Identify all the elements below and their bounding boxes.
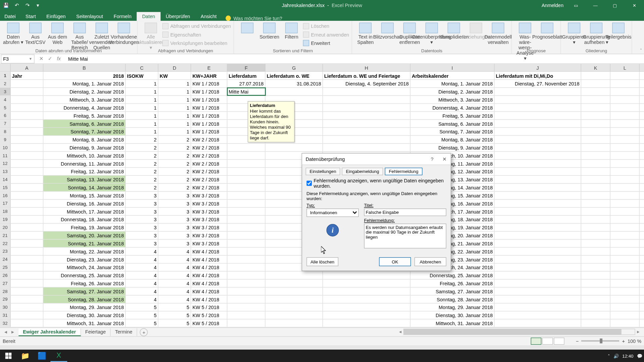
cell[interactable]	[610, 200, 640, 207]
cell[interactable]	[610, 88, 640, 95]
cell[interactable]: KW 2 / 2018	[191, 184, 227, 191]
cell[interactable]	[610, 152, 640, 159]
cell[interactable]: 3	[126, 207, 159, 215]
cell[interactable]	[11, 295, 44, 303]
cell[interactable]	[227, 192, 265, 199]
cell[interactable]	[610, 295, 640, 303]
select-all-corner[interactable]	[0, 64, 11, 71]
cell[interactable]	[494, 104, 581, 111]
cell[interactable]	[227, 272, 265, 279]
cell[interactable]	[581, 104, 610, 111]
cell[interactable]: KW 1 / 2018	[191, 88, 227, 95]
cell[interactable]	[494, 144, 581, 151]
cell[interactable]	[581, 160, 610, 167]
cell[interactable]: 4	[158, 248, 191, 255]
cell[interactable]	[494, 288, 581, 295]
cell[interactable]	[323, 303, 411, 311]
advanced-filter-button[interactable]: Erweitert	[303, 39, 349, 47]
cell[interactable]: KW 3 / 2018	[191, 192, 227, 199]
col-header[interactable]: B	[43, 64, 125, 71]
cell[interactable]: KW 2 / 2018	[191, 176, 227, 183]
cell[interactable]: 4	[126, 288, 159, 295]
scroll-left-icon[interactable]: ◄	[397, 329, 403, 334]
ribbon-button[interactable]: Beziehungen	[466, 22, 487, 45]
cell[interactable]: Lieferdatum mit Di,Mi,Do	[494, 72, 581, 79]
cell[interactable]: KW 4 / 2018	[191, 255, 227, 263]
row-header[interactable]: 32	[0, 319, 11, 327]
ribbon-button[interactable]: Vorhandene Verbindungen	[113, 22, 135, 50]
cell[interactable]: KW 2 / 2018	[191, 160, 227, 167]
col-header[interactable]: L	[610, 64, 640, 71]
ribbon-button[interactable]: Gruppieren ▾	[564, 22, 585, 45]
cell[interactable]	[494, 160, 581, 167]
cell[interactable]: 1	[126, 128, 159, 135]
cell[interactable]: Mittwoch, 3. Januar 2018	[411, 96, 495, 103]
cell[interactable]: Montag, 15. Januar 2018	[43, 192, 125, 199]
row-header[interactable]: 19	[0, 216, 11, 223]
cell[interactable]	[610, 263, 640, 271]
cell[interactable]	[494, 272, 581, 279]
sheet-nav-prev-icon[interactable]: ◄	[4, 329, 8, 335]
cell[interactable]: KW 3 / 2018	[191, 200, 227, 207]
dialog-close-icon[interactable]: ✕	[438, 154, 451, 165]
row-header[interactable]: 31	[0, 311, 11, 319]
cell[interactable]: 2	[158, 136, 191, 143]
cell[interactable]: KW 1 / 2018	[191, 120, 227, 127]
row-header[interactable]: 30	[0, 303, 11, 311]
cell[interactable]: Sonntag, 28. Januar 2018	[43, 295, 125, 303]
row-header[interactable]: 22	[0, 240, 11, 247]
cell[interactable]	[494, 216, 581, 223]
cell[interactable]	[494, 232, 581, 239]
show-error-checkbox[interactable]	[307, 181, 312, 186]
cell[interactable]: KW 4 / 2018	[191, 272, 227, 279]
tab-daten[interactable]: Daten	[137, 12, 160, 21]
zoom-level[interactable]: 100 %	[628, 338, 641, 344]
cell[interactable]: 4	[126, 295, 159, 303]
cell[interactable]	[265, 311, 323, 319]
ribbon-button[interactable]: Teilergebnis	[608, 22, 629, 45]
zoom-in-button[interactable]: +	[622, 338, 625, 344]
cell[interactable]: 1	[158, 96, 191, 103]
cell[interactable]	[227, 288, 265, 295]
cell[interactable]: Donnerstag, 4. Januar 2018	[411, 104, 495, 111]
cell[interactable]: 1	[158, 112, 191, 119]
row-header[interactable]: 20	[0, 224, 11, 231]
view-page-layout-button[interactable]	[542, 338, 553, 345]
add-sheet-button[interactable]: +	[140, 328, 148, 336]
cell[interactable]	[323, 319, 411, 327]
tell-me-input[interactable]: Was möchten Sie tun?	[225, 15, 282, 21]
cell[interactable]: 2	[158, 144, 191, 151]
cell[interactable]: 5	[158, 311, 191, 319]
row-header[interactable]: 4	[0, 96, 11, 103]
cell[interactable]	[610, 232, 640, 239]
cell[interactable]	[581, 288, 610, 295]
row-header[interactable]: 16	[0, 192, 11, 199]
row-header[interactable]: 13	[0, 168, 11, 175]
row-header[interactable]: 28	[0, 288, 11, 295]
cell[interactable]	[227, 311, 265, 319]
cell[interactable]	[581, 280, 610, 287]
cell[interactable]: Samstag, 6. Januar 2018	[43, 120, 125, 127]
cell[interactable]	[323, 311, 411, 319]
dialog-tab[interactable]: Eingabemeldung	[342, 168, 383, 175]
cell[interactable]: ISOKW	[126, 72, 159, 79]
cell[interactable]: 27.07.2018	[227, 80, 265, 87]
col-header[interactable]: J	[494, 64, 581, 71]
cell[interactable]: 2	[158, 152, 191, 159]
error-title-input[interactable]	[364, 208, 446, 216]
cell[interactable]	[581, 263, 610, 271]
ok-button[interactable]: OK	[379, 257, 411, 266]
cell[interactable]: 3	[158, 200, 191, 207]
tray-chevron-icon[interactable]: ˄	[608, 353, 610, 358]
cell[interactable]	[227, 240, 265, 247]
maximize-icon[interactable]: ▢	[608, 0, 622, 11]
cell[interactable]	[11, 248, 44, 255]
cell[interactable]	[581, 152, 610, 159]
cell[interactable]	[11, 240, 44, 247]
cell[interactable]: Donnerstag, 4. Januar 2018	[43, 104, 125, 111]
cell[interactable]: Donnerstag, 11. Januar 2018	[43, 160, 125, 167]
cell[interactable]: Freitag, 12. Januar 2018	[43, 168, 125, 175]
cell[interactable]	[610, 272, 640, 279]
cell[interactable]	[581, 295, 610, 303]
cell[interactable]: KW 1 / 2018	[191, 128, 227, 135]
